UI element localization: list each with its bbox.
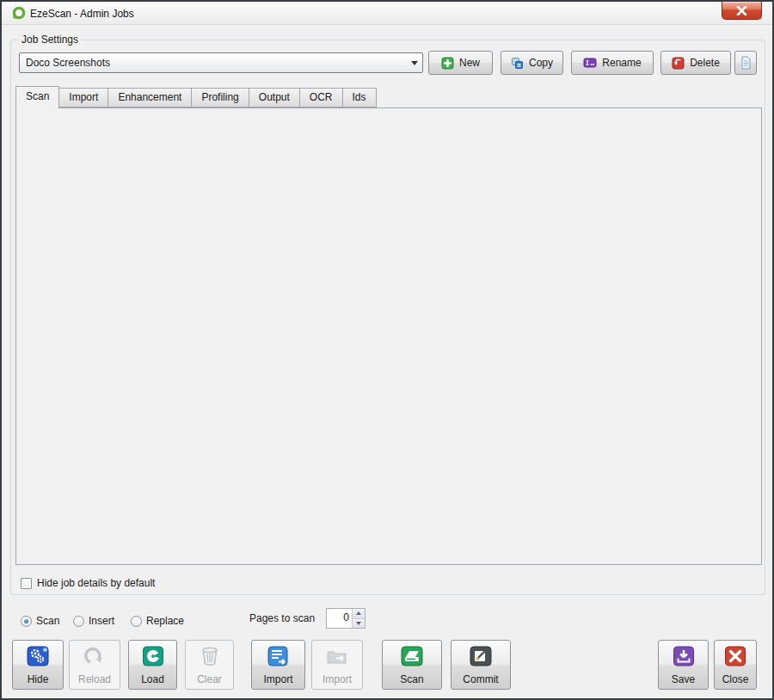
job-select-value: Doco Screenshots [20, 57, 407, 69]
pages-to-scan-spinner[interactable]: 0 [326, 608, 366, 629]
import-folder-icon [326, 646, 348, 666]
radio-mode-scan-label: Scan [36, 615, 59, 627]
gears-icon [27, 646, 49, 666]
tab-ocr[interactable]: OCR [299, 88, 343, 107]
save-icon [673, 646, 694, 666]
save-button[interactable]: Save [658, 640, 709, 690]
reload-button[interactable]: Reload [69, 640, 120, 690]
rename-icon [583, 57, 597, 69]
tab-output[interactable]: Output [249, 88, 300, 107]
save-button-label: Save [672, 673, 695, 685]
job-select-combo[interactable]: Doco Screenshots [19, 52, 423, 73]
radio-icon [73, 616, 84, 627]
close-x-icon [725, 646, 746, 666]
scan-button-label: Scan [400, 673, 423, 685]
hide-job-details-label: Hide job details by default [37, 577, 155, 589]
commit-button-label: Commit [463, 673, 498, 685]
scan-tab-pane [15, 107, 762, 565]
hide-job-details-checkbox[interactable]: Hide job details by default [21, 577, 155, 589]
delete-icon [672, 57, 685, 70]
close-button-label: Close [722, 673, 749, 685]
reload-button-label: Reload [78, 673, 111, 685]
import-folder-button[interactable]: Import [311, 640, 363, 690]
close-window-button[interactable] [722, 2, 762, 20]
document-icon [740, 56, 752, 70]
tab-ids[interactable]: Ids [342, 88, 377, 107]
import-button[interactable]: Import [251, 640, 305, 690]
scanner-icon [401, 646, 423, 666]
import-folder-button-label: Import [322, 673, 352, 685]
spin-down-icon[interactable] [353, 618, 365, 629]
job-new-label: New [459, 57, 480, 69]
job-delete-button[interactable]: Delete [660, 51, 731, 75]
tab-scan[interactable]: Scan [15, 86, 59, 108]
tab-enhancement[interactable]: Enhancement [108, 88, 192, 107]
clear-button-label: Clear [197, 673, 222, 685]
tab-strip: Scan Import Enhancement Profiling Output… [15, 86, 376, 108]
disc-icon [142, 646, 163, 666]
radio-mode-replace[interactable]: Replace [131, 615, 184, 627]
radio-mode-insert-label: Insert [89, 615, 114, 627]
job-copy-label: Copy [529, 57, 553, 69]
commit-icon [470, 646, 492, 666]
chevron-down-icon[interactable] [407, 53, 422, 72]
load-button[interactable]: Load [128, 640, 177, 690]
hide-button-label: Hide [28, 673, 49, 685]
job-rename-label: Rename [602, 57, 641, 69]
ezescan-logo-icon [12, 6, 26, 20]
job-settings-legend: Job Settings [18, 34, 82, 46]
job-copy-button[interactable]: Copy [501, 51, 563, 75]
job-rename-button[interactable]: Rename [571, 51, 654, 75]
pages-to-scan-label: Pages to scan [249, 612, 315, 624]
tab-import[interactable]: Import [58, 88, 108, 107]
job-notes-button[interactable] [734, 51, 757, 75]
ezescan-admin-jobs-window: EzeScan - Admin Jobs Job Settings Doco S… [0, 0, 774, 700]
title-bar: EzeScan - Admin Jobs [2, 2, 772, 25]
radio-icon [21, 616, 32, 627]
copy-icon [511, 57, 524, 70]
commit-button[interactable]: Commit [451, 640, 511, 690]
checkbox-icon [21, 578, 32, 589]
import-button-label: Import [263, 673, 292, 685]
trash-icon [200, 646, 219, 666]
spin-up-icon[interactable] [353, 609, 365, 618]
scan-button[interactable]: Scan [382, 640, 442, 690]
import-document-icon [267, 646, 290, 666]
reload-icon [84, 646, 105, 666]
radio-mode-scan[interactable]: Scan [21, 615, 59, 627]
close-icon [736, 6, 747, 15]
job-new-button[interactable]: New [428, 51, 493, 75]
close-button[interactable]: Close [714, 640, 757, 690]
radio-icon [131, 616, 142, 627]
job-delete-label: Delete [690, 57, 720, 69]
radio-mode-insert[interactable]: Insert [73, 615, 114, 627]
load-button-label: Load [141, 673, 164, 685]
clear-button[interactable]: Clear [185, 640, 234, 690]
radio-mode-replace-label: Replace [146, 615, 184, 627]
pages-to-scan-value: 0 [327, 609, 352, 628]
new-icon [441, 57, 454, 70]
window-title: EzeScan - Admin Jobs [30, 8, 134, 20]
hide-button[interactable]: Hide [12, 640, 64, 690]
tab-profiling[interactable]: Profiling [191, 88, 249, 107]
